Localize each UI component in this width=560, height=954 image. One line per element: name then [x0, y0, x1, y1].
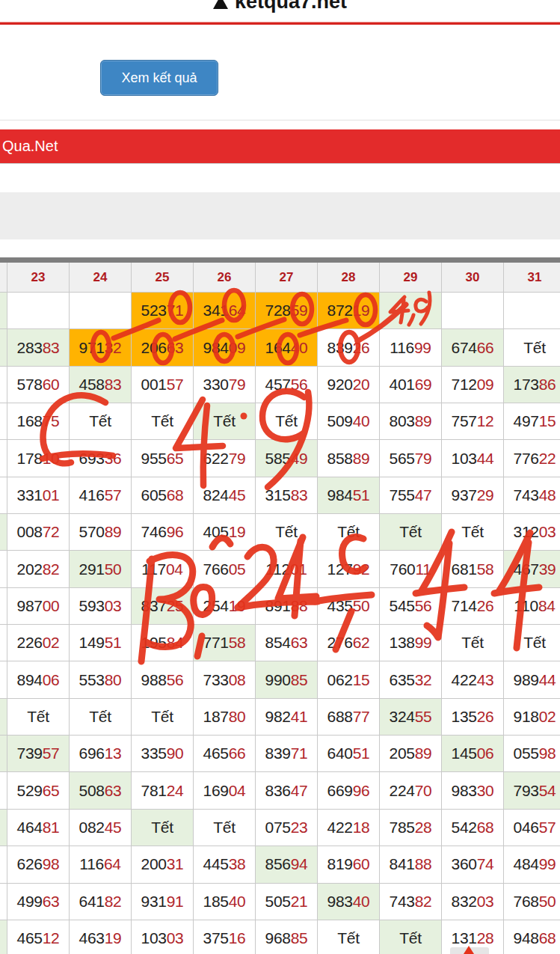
result-cell[interactable]: 57089 [70, 514, 132, 551]
result-cell[interactable] [504, 293, 560, 329]
result-cell[interactable]: 50863 [70, 772, 132, 809]
result-cell[interactable]: 73308 [194, 661, 256, 698]
result-cell[interactable]: 14506 [442, 736, 504, 772]
result-cell[interactable]: 91802 [504, 699, 560, 736]
result-cell[interactable]: 42218 [318, 810, 380, 846]
result-cell[interactable]: 89188 [256, 588, 318, 625]
date-column-header[interactable]: 25 [132, 263, 194, 293]
result-cell[interactable]: 98241 [256, 699, 318, 736]
result-cell[interactable] [70, 293, 132, 329]
result-cell[interactable]: 62279 [194, 440, 256, 477]
result-cell[interactable]: 98700 [7, 588, 70, 625]
result-cell[interactable]: 98409 [194, 329, 256, 366]
result-cell[interactable]: Tết [380, 514, 442, 551]
result-cell[interactable]: 72859 [256, 293, 318, 329]
result-cell[interactable]: 74382 [380, 884, 442, 920]
result-cell[interactable]: 98856 [132, 661, 194, 698]
result-cell[interactable]: 04657 [504, 810, 560, 846]
result-cell[interactable]: 46319 [70, 920, 132, 954]
result-cell[interactable]: 13128 [442, 920, 504, 954]
result-cell[interactable]: 20282 [7, 551, 70, 587]
result-cell[interactable]: Tết [318, 514, 380, 551]
date-column-header[interactable]: 27 [256, 263, 318, 293]
result-cell[interactable] [7, 293, 70, 329]
result-cell[interactable]: 00157 [132, 367, 194, 403]
result-cell[interactable]: 85889 [318, 440, 380, 477]
result-cell[interactable]: 41657 [70, 477, 132, 514]
result-cell[interactable]: 96885 [256, 920, 318, 954]
result-cell[interactable]: 58549 [256, 440, 318, 477]
result-cell[interactable]: 84188 [380, 846, 442, 883]
result-cell[interactable]: Tết [132, 810, 194, 846]
result-cell[interactable]: 20663 [132, 329, 194, 366]
result-cell[interactable]: 11699 [380, 329, 442, 366]
result-cell[interactable]: 93191 [132, 884, 194, 920]
result-cell[interactable]: 49963 [7, 884, 70, 920]
date-column-header[interactable]: 26 [194, 263, 256, 293]
result-cell[interactable]: 64051 [318, 736, 380, 772]
result-cell[interactable]: 22602 [7, 625, 70, 661]
result-cell[interactable] [442, 293, 504, 329]
result-cell[interactable]: 18780 [194, 699, 256, 736]
result-cell[interactable]: 52965 [7, 772, 70, 809]
result-cell[interactable]: 33079 [194, 367, 256, 403]
result-cell[interactable]: 83725 [132, 588, 194, 625]
result-cell[interactable]: 99085 [256, 661, 318, 698]
result-cell[interactable]: 08245 [70, 810, 132, 846]
result-cell[interactable]: 50940 [318, 403, 380, 440]
result-cell[interactable]: 32455 [380, 699, 442, 736]
result-cell[interactable]: Tết [70, 403, 132, 440]
result-cell[interactable]: Tết [442, 514, 504, 551]
result-cell[interactable]: 46739 [504, 551, 560, 587]
result-cell[interactable]: 62698 [7, 846, 70, 883]
result-cell[interactable]: 25419 [194, 588, 256, 625]
result-cell[interactable]: 83926 [318, 329, 380, 366]
result-cell[interactable]: 07523 [256, 810, 318, 846]
date-column-header[interactable]: 31 [504, 263, 560, 293]
result-cell[interactable]: 40169 [380, 367, 442, 403]
result-cell[interactable]: 83647 [256, 772, 318, 809]
result-cell[interactable]: 76605 [194, 551, 256, 587]
result-cell[interactable]: 87219 [318, 293, 380, 329]
result-cell[interactable]: 11664 [70, 846, 132, 883]
result-cell[interactable]: 31583 [256, 477, 318, 514]
result-cell[interactable]: 74696 [132, 514, 194, 551]
result-cell[interactable]: 48499 [504, 846, 560, 883]
result-cell[interactable]: 11704 [132, 551, 194, 587]
result-cell[interactable]: 77158 [194, 625, 256, 661]
result-cell[interactable]: 37516 [194, 920, 256, 954]
result-cell[interactable]: 19584 [132, 625, 194, 661]
result-cell[interactable]: 63532 [380, 661, 442, 698]
result-cell[interactable]: 46481 [7, 810, 70, 846]
result-cell[interactable]: 85694 [256, 846, 318, 883]
result-cell[interactable]: 42243 [442, 661, 504, 698]
result-cell[interactable]: Tết [504, 329, 560, 366]
result-cell[interactable]: 79354 [504, 772, 560, 809]
result-cell[interactable]: Tết [7, 699, 70, 736]
date-column-header[interactable]: 29 [380, 263, 442, 293]
result-cell[interactable]: 06215 [318, 661, 380, 698]
result-cell[interactable]: 83971 [256, 736, 318, 772]
result-cell[interactable]: 76850 [504, 884, 560, 920]
result-cell[interactable]: 73957 [7, 736, 70, 772]
result-cell[interactable]: Tết [194, 403, 256, 440]
result-cell[interactable]: 46566 [194, 736, 256, 772]
result-cell[interactable]: 46512 [7, 920, 70, 954]
result-cell[interactable]: 11201 [256, 551, 318, 587]
result-cell[interactable]: 69613 [70, 736, 132, 772]
result-cell[interactable]: 16440 [256, 329, 318, 366]
result-cell[interactable]: Tết [132, 403, 194, 440]
result-cell[interactable]: 05598 [504, 736, 560, 772]
result-cell[interactable]: 40519 [194, 514, 256, 551]
result-cell[interactable]: Tết [256, 514, 318, 551]
result-cell[interactable]: 20031 [132, 846, 194, 883]
result-cell[interactable]: 77622 [504, 440, 560, 477]
result-cell[interactable]: 50521 [256, 884, 318, 920]
result-cell[interactable]: Tết [318, 920, 380, 954]
result-cell[interactable]: Tết [70, 699, 132, 736]
result-cell[interactable]: Tết [194, 810, 256, 846]
result-cell[interactable]: 97132 [70, 329, 132, 366]
result-cell[interactable]: 45883 [70, 367, 132, 403]
result-cell[interactable]: 33101 [7, 477, 70, 514]
result-cell[interactable]: 67466 [442, 329, 504, 366]
